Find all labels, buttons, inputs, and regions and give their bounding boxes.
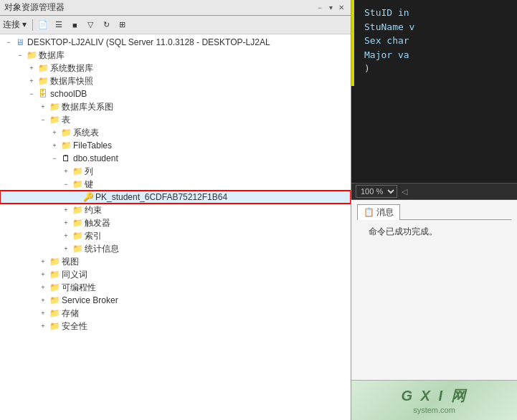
tree-item-views[interactable]: 📁 视图: [0, 255, 351, 268]
pin-button[interactable]: －: [314, 3, 326, 13]
filetables-folder-icon: 📁: [60, 140, 72, 151]
message-area: 📋 消息 命令已成功完成。: [351, 200, 517, 380]
server-node[interactable]: 🖥 DESKTOP-LJ2ALIV (SQL Server 11.0.3128 …: [0, 36, 351, 49]
tree-item-indexes[interactable]: 📁 索引: [0, 229, 351, 242]
systables-folder-icon: 📁: [60, 127, 72, 138]
tree-item-triggers[interactable]: 📁 触发器: [0, 216, 351, 229]
watermark-area: G X I 网 system.com: [351, 380, 517, 420]
programmability-folder-icon: 📁: [49, 282, 60, 293]
triggers-expand-icon: [60, 217, 72, 229]
tree-item-schooldb[interactable]: 🗄 schoolDB: [0, 87, 351, 100]
snapshot-expand-icon: [26, 75, 37, 87]
tree-item-systables[interactable]: 📁 系统表: [0, 126, 351, 139]
new-query-button[interactable]: 📄: [36, 18, 50, 32]
keys-folder-icon: 📁: [72, 178, 83, 190]
tree-item-service-broker[interactable]: 📁 Service Broker: [0, 294, 351, 307]
message-tab-label: 消息: [376, 207, 394, 217]
tree-item-databases[interactable]: 📁 数据库: [0, 49, 351, 62]
message-tab[interactable]: 📋 消息: [357, 204, 400, 220]
tree-item-security[interactable]: 📁 安全性: [0, 320, 351, 333]
security-label: 安全性: [62, 320, 87, 333]
stats-folder-icon: 📁: [72, 243, 83, 254]
views-expand-icon: [37, 256, 49, 267]
tree-container[interactable]: 🖥 DESKTOP-LJ2ALIV (SQL Server 11.0.3128 …: [0, 34, 351, 420]
tree-item-synonyms[interactable]: 📁 同义词: [0, 268, 351, 281]
programmability-expand-icon: [37, 282, 49, 293]
dbdiagram-label: 数据库关系图: [62, 101, 113, 113]
keys-expand-icon: [60, 178, 72, 190]
indexes-label: 索引: [85, 230, 102, 242]
dbdiagram-folder-icon: 📁: [49, 101, 60, 113]
tree-item-filetables[interactable]: 📁 FileTables: [0, 139, 351, 152]
zoom-select[interactable]: 100 % 75 % 125 %: [356, 185, 397, 198]
columns-label: 列: [85, 166, 93, 178]
watermark-line2: system.com: [357, 406, 511, 414]
message-icon: 📋: [364, 207, 376, 217]
storage-folder-icon: 📁: [49, 307, 60, 319]
pk-student-label: PK_student_6CDFAB75212F1B64: [95, 192, 227, 202]
tree-item-programmability[interactable]: 📁 可编程性: [0, 281, 351, 294]
tree-item-keys[interactable]: 📁 键: [0, 178, 351, 191]
keys-label: 键: [85, 178, 93, 191]
tree-item-tables[interactable]: 📁 表: [0, 113, 351, 126]
code-line-2: StuName v: [364, 20, 511, 34]
security-expand-icon: [37, 320, 49, 332]
systemdb-expand-icon: [26, 62, 37, 74]
server-icon: 🖥: [14, 37, 26, 48]
tree-item-stats[interactable]: 📁 统计信息: [0, 242, 351, 255]
toolbar-separator-1: [32, 19, 33, 31]
tree-item-constraints[interactable]: 📁 约束: [0, 204, 351, 216]
tree-item-snapshot[interactable]: 📁 数据库快照: [0, 75, 351, 87]
server-label: DESKTOP-LJ2ALIV (SQL Server 11.0.3128 - …: [27, 37, 270, 47]
list-button[interactable]: ☰: [52, 18, 66, 32]
connect-label[interactable]: 连接 ▾: [3, 19, 27, 31]
tree-item-columns[interactable]: 📁 列: [0, 165, 351, 178]
collapse-button[interactable]: ⊞: [115, 18, 129, 32]
service-broker-expand-icon: [37, 295, 49, 306]
tree-item-systemdb[interactable]: 📁 系统数据库: [0, 62, 351, 75]
constraints-expand-icon: [60, 204, 72, 216]
dbo-student-icon: 🗒: [60, 153, 72, 164]
filetables-expand-icon: [49, 140, 60, 151]
storage-label: 存储: [62, 307, 79, 320]
zoom-bar: 100 % 75 % 125 % ◁: [351, 183, 517, 200]
toolbar: 连接 ▾ 📄 ☰ ■ ▽ ↻ ⊞: [0, 16, 351, 34]
databases-label: 数据库: [39, 49, 65, 62]
message-content: 命令已成功完成。: [357, 223, 511, 241]
databases-expand-icon: [14, 49, 26, 61]
systemdb-label: 系统数据库: [50, 62, 93, 75]
tables-expand-icon: [37, 114, 49, 125]
tree-item-pk-student[interactable]: 🔑 PK_student_6CDFAB75212F1B64: [0, 191, 351, 204]
right-panel: StuID in StuName v Sex char Major va ) 1…: [351, 0, 517, 420]
synonyms-expand-icon: [37, 269, 49, 280]
tree-item-storage[interactable]: 📁 存储: [0, 307, 351, 320]
tables-folder-icon: 📁: [49, 114, 60, 125]
systables-label: 系统表: [73, 127, 99, 139]
filetables-label: FileTables: [73, 140, 112, 151]
pk-student-key-icon: 🔑: [83, 192, 94, 202]
code-line-1: StuID in: [364, 6, 511, 20]
code-line-4: Major va: [364, 48, 511, 62]
stats-expand-icon: [60, 243, 72, 254]
tree-item-dbdiagram[interactable]: 📁 数据库关系图: [0, 100, 351, 113]
panel-titlebar: 对象资源管理器 － ▾ ✕: [0, 0, 351, 16]
minimize-button[interactable]: ▾: [327, 4, 335, 11]
filter-button[interactable]: ▽: [83, 18, 98, 32]
service-broker-label: Service Broker: [62, 295, 118, 305]
synonyms-label: 同义词: [62, 269, 87, 281]
triggers-label: 触发器: [85, 217, 110, 229]
object-explorer-panel: 对象资源管理器 － ▾ ✕ 连接 ▾ 📄 ☰ ■ ▽ ↻ ⊞ 🖥 DESKTOP…: [0, 0, 351, 420]
panel-title: 对象资源管理器: [4, 1, 65, 14]
code-line-3: Sex char: [364, 34, 511, 48]
close-button[interactable]: ✕: [336, 4, 346, 11]
refresh-button[interactable]: ↻: [99, 18, 113, 32]
tree-item-dbo-student[interactable]: 🗒 dbo.student: [0, 152, 351, 165]
code-line-5: ): [364, 62, 511, 76]
constraints-label: 约束: [85, 204, 102, 216]
synonyms-folder-icon: 📁: [49, 269, 60, 280]
stats-label: 统计信息: [85, 243, 119, 255]
stop-button[interactable]: ■: [67, 18, 82, 32]
programmability-label: 可编程性: [62, 282, 96, 294]
message-tabs: 📋 消息: [357, 204, 511, 220]
storage-expand-icon: [37, 307, 49, 319]
